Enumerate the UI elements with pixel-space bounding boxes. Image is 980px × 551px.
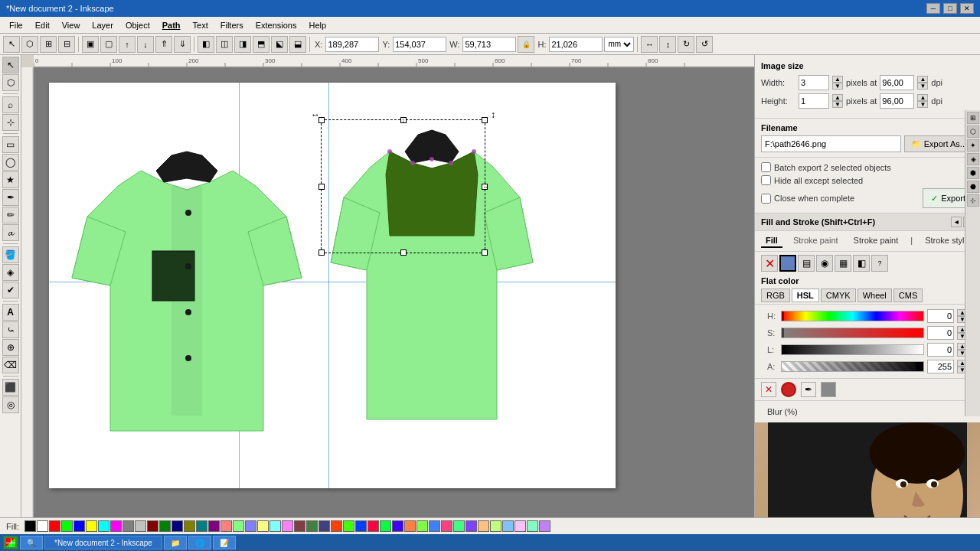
height-down-btn[interactable]: ▼ xyxy=(832,101,843,108)
palette-swatch[interactable] xyxy=(37,520,48,532)
palette-swatch[interactable] xyxy=(172,520,183,532)
export-as-button[interactable]: 📁 Export As... xyxy=(904,135,974,152)
menu-layer[interactable]: Layer xyxy=(86,19,119,31)
minimize-button[interactable]: ─ xyxy=(926,3,940,14)
zoom-out-btn[interactable]: ⊟ xyxy=(58,36,75,53)
hide-except-checkbox[interactable] xyxy=(761,175,771,185)
width-dpi-input[interactable] xyxy=(880,75,914,90)
palette-swatch[interactable] xyxy=(98,520,109,532)
spray-tool[interactable]: ⊕ xyxy=(2,339,19,356)
zoom-in-btn[interactable]: ⊞ xyxy=(40,36,57,53)
palette-swatch[interactable] xyxy=(527,520,538,532)
unset-btn[interactable]: ? xyxy=(871,255,888,272)
h-value-input[interactable] xyxy=(927,309,954,323)
ungroup-btn[interactable]: ▢ xyxy=(100,36,117,53)
palette-swatch[interactable] xyxy=(466,520,477,532)
palette-swatch[interactable] xyxy=(441,520,452,532)
palette-swatch[interactable] xyxy=(318,520,330,532)
flip-h-btn[interactable]: ↔ xyxy=(641,36,658,53)
height-input[interactable] xyxy=(799,93,829,109)
a-value-input[interactable] xyxy=(927,360,954,373)
palette-swatch[interactable] xyxy=(502,520,514,532)
snap2-btn[interactable]: ⬡ xyxy=(967,126,979,138)
snap-btn[interactable]: ⊞ xyxy=(967,112,979,124)
stroke-paint-tab[interactable]: Stroke paint xyxy=(789,234,843,248)
raise-btn[interactable]: ↑ xyxy=(119,36,136,53)
rotate-cw-btn[interactable]: ↻ xyxy=(678,36,694,53)
cmyk-tab[interactable]: CMYK xyxy=(821,289,856,302)
close-button[interactable]: ✕ xyxy=(960,3,974,14)
s-slider[interactable] xyxy=(781,328,924,338)
align-top-btn[interactable]: ⬒ xyxy=(253,36,270,53)
palette-swatch[interactable] xyxy=(135,520,146,532)
calligraph-tool[interactable]: 𝓪 xyxy=(2,224,19,241)
rgb-tab[interactable]: RGB xyxy=(761,289,790,302)
lower-bottom-btn[interactable]: ⇓ xyxy=(174,36,191,53)
batch-export-checkbox[interactable] xyxy=(761,162,771,172)
palette-swatch[interactable] xyxy=(147,520,158,532)
eraser-tool[interactable]: ⌫ xyxy=(2,357,19,373)
remove-color-btn[interactable]: ✕ xyxy=(761,382,776,397)
width-up-btn[interactable]: ▲ xyxy=(832,76,843,83)
menu-object[interactable]: Object xyxy=(119,19,156,31)
close-complete-checkbox[interactable] xyxy=(761,194,771,204)
width-down-btn[interactable]: ▼ xyxy=(832,83,843,90)
menu-edit[interactable]: Edit xyxy=(29,19,56,31)
palette-swatch[interactable] xyxy=(74,520,85,532)
circle-tool[interactable]: ◯ xyxy=(2,154,19,171)
palette-swatch[interactable] xyxy=(110,520,122,532)
palette-swatch[interactable] xyxy=(380,520,391,532)
palette-swatch[interactable] xyxy=(490,520,501,532)
palette-swatch[interactable] xyxy=(294,520,305,532)
search-taskbar-btn[interactable]: 🔍 xyxy=(20,536,43,549)
width-input[interactable] xyxy=(799,75,829,90)
color-circle-btn[interactable] xyxy=(781,382,796,397)
fs-detach-btn[interactable]: ◂ xyxy=(951,217,962,227)
zoom-tool[interactable]: ⌕ xyxy=(2,96,19,113)
y-input[interactable] xyxy=(393,37,446,52)
x-input[interactable] xyxy=(325,37,379,52)
palette-swatch[interactable] xyxy=(355,520,367,532)
fill-tab[interactable]: Fill xyxy=(761,234,782,248)
eyedropper-tool[interactable]: ✔ xyxy=(2,282,19,298)
align-bottom-btn[interactable]: ⬓ xyxy=(289,36,306,53)
shirt-right[interactable] xyxy=(325,113,539,450)
canvas-area[interactable]: // ruler ticks generated via JS below 01… xyxy=(21,55,754,517)
align-right-btn[interactable]: ◨ xyxy=(234,36,251,53)
flat-color-btn[interactable] xyxy=(779,255,796,272)
height-up-btn[interactable]: ▲ xyxy=(832,94,843,101)
bucket-tool[interactable]: 🪣 xyxy=(2,246,19,263)
lower-btn[interactable]: ↓ xyxy=(137,36,154,53)
palette-swatch[interactable] xyxy=(122,520,134,532)
h-slider[interactable] xyxy=(781,311,924,321)
cms-tab[interactable]: CMS xyxy=(893,289,923,302)
snap6-btn[interactable]: ⬣ xyxy=(967,181,979,193)
palette-swatch[interactable] xyxy=(220,520,232,532)
pen-tool[interactable]: ✒ xyxy=(2,189,19,206)
lock-ratio-btn[interactable]: 🔒 xyxy=(518,36,534,53)
taskbar-inkscape[interactable]: *New document 2 - Inkscape xyxy=(44,536,162,549)
palette-swatch[interactable] xyxy=(306,520,318,532)
taskbar-chrome[interactable]: 🌐 xyxy=(188,536,211,549)
group-btn[interactable]: ▣ xyxy=(82,36,99,53)
taskbar-notepad[interactable]: 📝 xyxy=(213,536,236,549)
node-edit-tool[interactable]: ⬡ xyxy=(2,74,19,91)
wheel-tab[interactable]: Wheel xyxy=(858,289,892,302)
handle-tl[interactable] xyxy=(318,117,325,123)
handle-bl[interactable] xyxy=(318,249,325,256)
radial-gradient-btn[interactable]: ◉ xyxy=(816,255,833,272)
s-value-input[interactable] xyxy=(927,326,954,340)
pattern-btn[interactable]: ▦ xyxy=(835,255,851,272)
l-slider[interactable] xyxy=(781,344,924,355)
no-paint-btn[interactable]: ✕ xyxy=(761,255,778,272)
start-btn[interactable] xyxy=(3,536,18,549)
palette-swatch[interactable] xyxy=(208,520,220,532)
pencil-tool[interactable]: ✏ xyxy=(2,207,19,223)
dpi-up-btn[interactable]: ▲ xyxy=(917,76,928,83)
palette-swatch[interactable] xyxy=(368,520,379,532)
menu-filters[interactable]: Filters xyxy=(214,19,250,31)
align-middle-btn[interactable]: ⬕ xyxy=(271,36,288,53)
dpi-down-btn[interactable]: ▼ xyxy=(917,83,928,90)
star-tool[interactable]: ★ xyxy=(2,171,19,188)
flip-v-btn[interactable]: ↕ xyxy=(659,36,676,53)
